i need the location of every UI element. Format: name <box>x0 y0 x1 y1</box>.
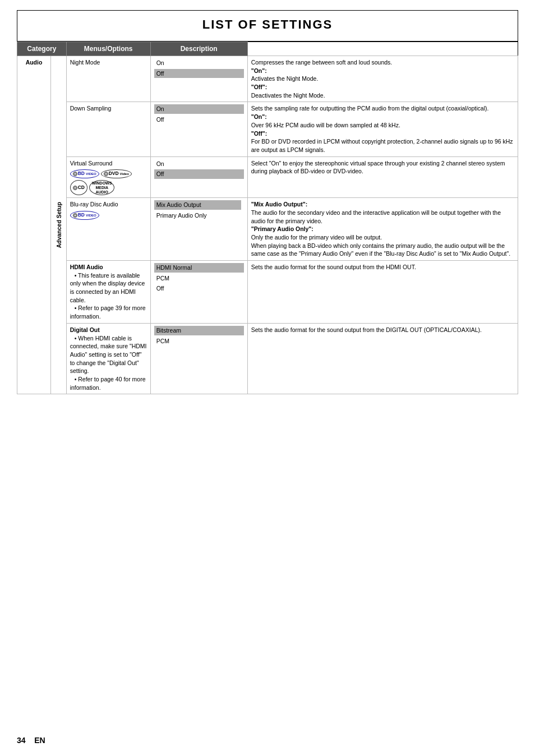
settings-table: Category Menus/Options Description Audio… <box>17 42 518 394</box>
advanced-setup-cell: Advanced Setup <box>51 56 67 394</box>
dvd-icon: DVD Video <box>101 169 132 178</box>
table-row: HDMI Audio • This feature is available o… <box>17 261 518 324</box>
bd-sub-2: VIDEO <box>86 213 96 218</box>
page-title: LIST OF SETTINGS <box>17 10 518 42</box>
virtual-surround-on-option[interactable]: On <box>154 159 244 169</box>
night-mode-off-option[interactable]: Off <box>154 69 244 79</box>
audio-category-cell: Audio <box>17 56 51 394</box>
hdmi-off-option[interactable]: Off <box>154 284 244 293</box>
table-row: Digital Out • When HDMI cable is connect… <box>17 323 518 394</box>
cd-icon: CD <box>70 180 87 195</box>
hdmi-audio-label: HDMI Audio <box>70 264 103 270</box>
mix-audio-option[interactable]: Mix Audio Output <box>154 200 241 210</box>
digital-out-desc: Sets the audio format for the sound outp… <box>251 326 482 333</box>
page-footer: 34 EN <box>17 736 45 745</box>
hdmi-audio-desc-cell: Sets the audio format for the sound outp… <box>247 261 518 324</box>
header-category: Category <box>17 42 67 56</box>
bluray-audio-desc: "Mix Audio Output": The audio for the se… <box>251 201 510 257</box>
disc-symbol-bd2 <box>73 213 77 218</box>
page: LIST OF SETTINGS Category Menus/Options … <box>0 0 535 756</box>
bd-icon: BD VIDEO <box>70 169 99 178</box>
disc-symbol-cd <box>73 186 77 190</box>
hdmi-normal-option[interactable]: HDMI Normal <box>154 263 244 273</box>
down-sampling-desc: Sets the sampling rate for outputting th… <box>251 105 513 153</box>
hdmi-audio-note1: • This feature is available only when th… <box>70 272 145 303</box>
down-sampling-options-cell: On Off <box>150 102 247 156</box>
night-mode-desc: Compresses the range between soft and lo… <box>251 59 393 99</box>
virtual-surround-menu-cell: Virtual Surround BD VIDEO DVD Video <box>66 156 150 198</box>
hdmi-pcm-option[interactable]: PCM <box>154 274 244 283</box>
down-sampling-on-option[interactable]: On <box>154 104 244 114</box>
audio-label: Audio <box>26 59 43 66</box>
night-mode-menu-cell: Night Mode <box>66 56 150 102</box>
table-row: Audio Advanced Setup Night Mode On Off C… <box>17 56 518 102</box>
footer-language: EN <box>34 736 45 745</box>
bd-label: BD <box>78 170 85 177</box>
bd-icon-2: BD VIDEO <box>70 211 99 220</box>
bitstream-option[interactable]: Bitstream <box>154 326 244 335</box>
disc-symbol-bd <box>73 172 77 176</box>
night-mode-desc-cell: Compresses the range between soft and lo… <box>247 56 518 102</box>
virtual-surround-options-cell: On Off <box>150 156 247 198</box>
virtual-surround-icons: BD VIDEO DVD Video CD <box>70 169 147 195</box>
advanced-setup-label: Advanced Setup <box>55 202 62 248</box>
digital-out-note2: • Refer to page 40 for more information. <box>70 376 146 391</box>
down-sampling-menu-cell: Down Sampling <box>66 102 150 156</box>
primary-audio-option[interactable]: Primary Audio Only <box>154 211 244 220</box>
virtual-surround-off-option[interactable]: Off <box>154 169 244 179</box>
windows-media-icon: WINDOWSMEDIAAUDIO <box>89 180 114 195</box>
dvd-label: DVD <box>109 170 119 177</box>
virtual-surround-desc: Select "On" to enjoy the stereophonic vi… <box>251 160 505 175</box>
bluray-audio-label: Blu-ray Disc Audio <box>70 201 118 208</box>
header-menus: Menus/Options <box>66 42 150 56</box>
digital-out-note1: • When HDMI cable is connected, make sur… <box>70 335 147 375</box>
night-mode-on-option[interactable]: On <box>154 58 244 68</box>
bluray-audio-options-cell: Mix Audio Output Primary Audio Only <box>150 198 247 261</box>
virtual-surround-label: Virtual Surround <box>70 160 113 167</box>
digital-pcm-option[interactable]: PCM <box>154 336 244 346</box>
cd-label: CD <box>78 185 85 191</box>
hdmi-audio-options-cell: HDMI Normal PCM Off <box>150 261 247 324</box>
hdmi-audio-note2: • Refer to page 39 for more information. <box>70 305 146 320</box>
bluray-audio-icons: BD VIDEO <box>70 211 147 220</box>
table-row: Blu-ray Disc Audio BD VIDEO Mix Audio Ou… <box>17 198 518 261</box>
digital-out-desc-cell: Sets the audio format for the sound outp… <box>247 323 518 394</box>
hdmi-audio-desc: Sets the audio format for the sound outp… <box>251 264 416 270</box>
bluray-audio-menu-cell: Blu-ray Disc Audio BD VIDEO <box>66 198 150 261</box>
windows-label: WINDOWSMEDIAAUDIO <box>92 181 112 194</box>
night-mode-options-cell: On Off <box>150 56 247 102</box>
down-sampling-label: Down Sampling <box>70 105 112 112</box>
digital-out-menu-cell: Digital Out • When HDMI cable is connect… <box>66 323 150 394</box>
hdmi-audio-menu-cell: HDMI Audio • This feature is available o… <box>66 261 150 324</box>
footer-page-number: 34 <box>17 736 26 745</box>
digital-out-options-cell: Bitstream PCM <box>150 323 247 394</box>
table-row: Virtual Surround BD VIDEO DVD Video <box>17 156 518 198</box>
digital-out-label: Digital Out <box>70 326 100 333</box>
dvd-sub: Video <box>120 172 129 176</box>
down-sampling-off-option[interactable]: Off <box>154 115 244 125</box>
virtual-surround-desc-cell: Select "On" to enjoy the stereophonic vi… <box>247 156 518 198</box>
header-description: Description <box>150 42 247 56</box>
bd-sub: VIDEO <box>86 172 96 176</box>
table-row: Down Sampling On Off Sets the sampling r… <box>17 102 518 156</box>
disc-symbol-dvd <box>104 172 108 176</box>
down-sampling-desc-cell: Sets the sampling rate for outputting th… <box>247 102 518 156</box>
night-mode-label: Night Mode <box>70 59 100 66</box>
bluray-audio-desc-cell: "Mix Audio Output": The audio for the se… <box>247 198 518 261</box>
bd-label-2: BD <box>78 212 85 219</box>
